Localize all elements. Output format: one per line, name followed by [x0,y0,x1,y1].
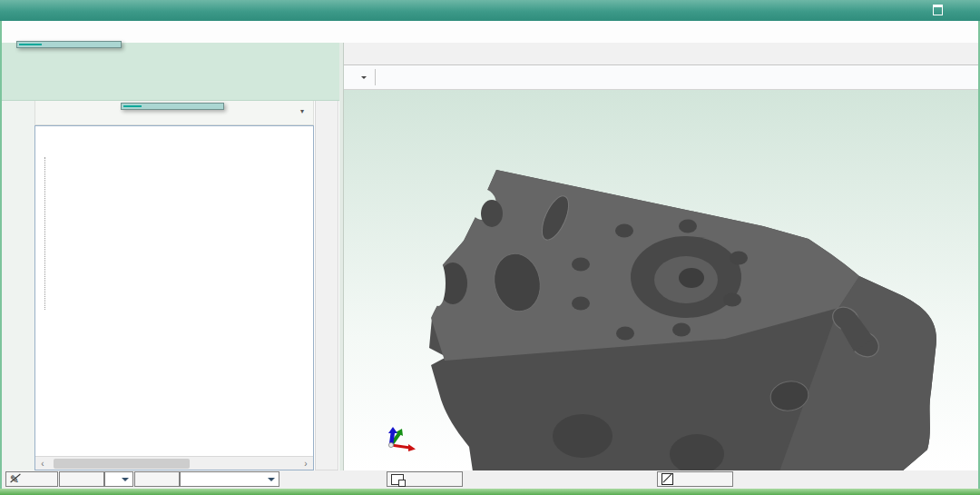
gdt-toolbar [315,100,338,470]
restore-icon [933,5,943,15]
menu-accent-strip [123,105,142,107]
tree-horizontal-scrollbar[interactable]: ‹ › [35,456,313,470]
circle-pick-dropdown[interactable] [358,74,367,80]
self-learn-icon [391,474,404,485]
status-bar: ✎ [2,470,978,489]
safety-plane-status[interactable] [657,471,733,487]
gauge-check-button[interactable] [143,47,194,95]
window-border-left [0,21,2,495]
chevron-down-icon [122,478,129,485]
solution-menu [16,41,122,48]
title-bar[interactable] [0,0,980,21]
viewport-3d[interactable] [344,90,978,471]
side-tab-strip [2,100,34,470]
scroll-left-icon[interactable]: ‹ [35,459,50,469]
window-border-bottom [0,489,980,495]
import-cad-submenu [121,103,224,110]
tree-connector-line [44,157,45,310]
toolbar-overflow-icon[interactable]: ▾ [300,107,304,115]
restore-button[interactable] [931,5,944,17]
menu-bar [2,21,978,43]
menu-accent-strip [19,44,42,45]
offline-status: ✎ [5,471,58,487]
view-panel [343,43,978,470]
toolbar-separator [375,69,376,85]
viewport-toolbar [344,65,978,90]
safety-plane-off-icon [662,473,673,485]
chevron-down-icon [268,478,275,485]
measure-program-tree-panel: ‹ › [34,125,314,470]
offline-pen-icon: ✎ [10,473,19,486]
self-learn-status[interactable] [387,471,463,487]
active-probe-label [134,471,180,487]
app-window: ▾ ‹ › [0,0,980,495]
scroll-right-icon[interactable]: › [299,459,313,469]
measure-tree [35,126,313,154]
scrollbar-thumb[interactable] [54,459,190,469]
operation-mode-dropdown[interactable] [104,471,133,487]
view-tab-bar [344,43,978,65]
cad-model-canvas[interactable] [344,90,978,471]
operation-mode-label [59,471,104,487]
active-probe-dropdown[interactable] [180,471,279,487]
